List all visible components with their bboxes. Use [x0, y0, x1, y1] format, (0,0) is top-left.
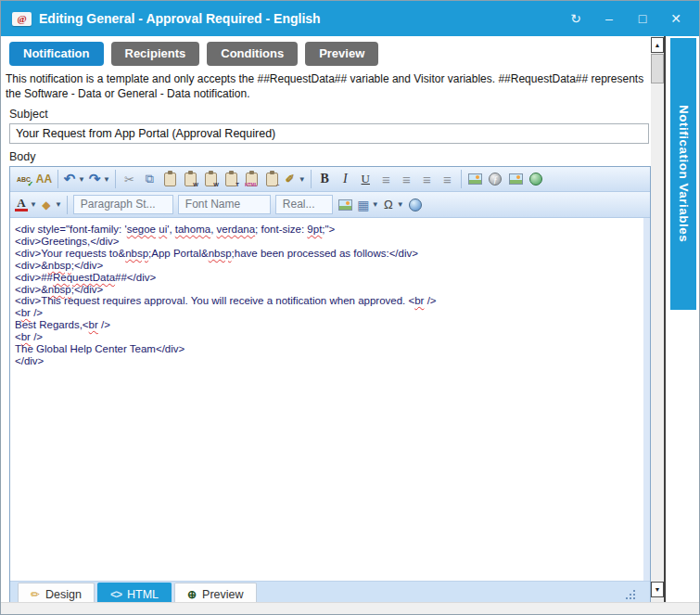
window-resize-border — [1, 602, 699, 614]
maximize-button[interactable]: □ — [634, 10, 651, 27]
paste-from-word-icon: W — [185, 173, 197, 186]
insert-table-icon: ▦ — [357, 198, 370, 212]
insert-table-button[interactable]: ▦▼ — [356, 195, 380, 215]
dropdown-arrow-icon: ▼ — [30, 200, 37, 209]
editor-toolbar-row2: A▼◆▼Paragraph St...Font NameReal...▦▼Ω▼ — [10, 192, 650, 218]
code-line: <br /> — [15, 307, 640, 319]
app-icon: @ — [12, 12, 32, 26]
redo-button[interactable]: ↷▼ — [87, 169, 111, 189]
badge: ✓ — [27, 180, 33, 188]
code-line: The Global Help Center Team</div> — [15, 343, 640, 355]
insert-object-icon — [409, 199, 422, 211]
dropdown-arrow-icon: ▼ — [78, 175, 85, 184]
app-icon-glyph: @ — [17, 13, 26, 24]
dialog-window: @ Editing General - Approval Required - … — [0, 0, 700, 615]
scroll-down-icon[interactable]: ▼ — [651, 582, 664, 597]
code-line: </div> — [15, 355, 640, 367]
paste-special-button[interactable]: ·· — [262, 169, 282, 189]
paste-html-icon: HTML — [246, 173, 258, 186]
main-panel: NotificationRecipientsConditionsPreview … — [2, 36, 651, 604]
font-size-combo[interactable]: Real... — [275, 195, 333, 214]
toolbar-separator — [115, 170, 116, 188]
bold-button[interactable]: B — [315, 169, 335, 189]
paste-from-word-button[interactable]: W — [181, 169, 200, 189]
html-source-editor[interactable]: <div style="font-family: 'segoe ui', tah… — [10, 218, 650, 581]
tab-preview[interactable]: Preview — [305, 42, 378, 66]
media-manager-button[interactable] — [506, 169, 526, 189]
toolbar-separator — [311, 170, 312, 188]
paste-from-word-strip-font-button[interactable]: W — [201, 169, 221, 189]
paste-plain-text-button[interactable]: T — [222, 169, 241, 189]
code-line: <div>&nbsp;</div> — [15, 284, 640, 296]
magnifier-icon: ⊕ — [187, 588, 197, 601]
title-bar: @ Editing General - Approval Required - … — [1, 1, 699, 36]
background-color-button[interactable]: ◆▼ — [39, 195, 63, 215]
insert-symbol-button[interactable]: Ω▼ — [381, 195, 405, 215]
code-line: Best Regards,<br /> — [15, 319, 640, 331]
paste-from-word-strip-font-icon: W — [205, 173, 217, 186]
paste-html-button[interactable]: HTML — [242, 169, 261, 189]
cut-button[interactable]: ✂ — [120, 169, 139, 189]
subject-label: Subject — [9, 108, 651, 121]
image-manager-icon — [338, 199, 352, 211]
font-color-button[interactable]: A▼ — [14, 195, 38, 215]
editor-toolbar-row1: ABC✓AA↶▼↷▼✂⧉WWTHTML··✐▼BIU≡≡≡≡ƒ — [10, 167, 650, 192]
subject-input[interactable] — [9, 123, 649, 144]
align-center-icon: ≡ — [379, 172, 392, 186]
italic-icon: I — [338, 172, 351, 186]
vertical-scrollbar[interactable]: ▲ ▼ — [651, 36, 666, 604]
paste-button[interactable] — [160, 169, 180, 189]
undo-button[interactable]: ↶▼ — [62, 169, 86, 189]
scroll-up-icon[interactable]: ▲ — [651, 37, 664, 53]
paragraph-style-combo[interactable]: Paragraph St... — [73, 195, 173, 214]
tab-notification[interactable]: Notification — [9, 42, 104, 66]
justify-button[interactable]: ≡ — [397, 169, 416, 189]
paste-special-icon: ·· — [266, 173, 278, 186]
window-controls: ↻–□✕ — [567, 10, 684, 27]
spellcheck-button[interactable]: ABC✓ — [14, 169, 33, 189]
find-and-replace-button[interactable]: AA — [34, 169, 54, 189]
toolbar-separator — [461, 170, 462, 188]
insert-image-button[interactable] — [465, 169, 485, 189]
paste-icon — [164, 173, 176, 186]
html-editor: ABC✓AA↶▼↷▼✂⧉WWTHTML··✐▼BIU≡≡≡≡ƒ A▼◆▼Para… — [9, 166, 651, 607]
hyperlink-manager-icon — [529, 173, 542, 186]
align-center-button[interactable]: ≡ — [376, 169, 396, 189]
format-painter-button[interactable]: ✐▼ — [283, 169, 307, 189]
scrollbar-thumb[interactable] — [651, 54, 664, 83]
copy-button[interactable]: ⧉ — [140, 169, 159, 189]
tab-recipients[interactable]: Recipients — [111, 42, 200, 66]
media-manager-icon — [509, 173, 523, 185]
align-left-button[interactable]: ≡ — [417, 169, 437, 189]
spellcheck-icon: ABC✓ — [17, 172, 31, 186]
tab-conditions[interactable]: Conditions — [207, 42, 298, 66]
refresh-button[interactable]: ↻ — [567, 10, 584, 27]
badge: ·· — [276, 182, 280, 187]
flash-manager-button[interactable]: ƒ — [486, 169, 505, 189]
italic-button[interactable]: I — [336, 169, 355, 189]
close-button[interactable]: ✕ — [668, 10, 684, 27]
cut-icon: ✂ — [122, 172, 135, 186]
hyperlink-manager-button[interactable] — [527, 169, 546, 189]
font-color-icon: A — [15, 198, 28, 211]
top-tab-bar: NotificationRecipientsConditionsPreview — [9, 42, 651, 66]
badge: W — [213, 182, 219, 187]
redo-icon: ↷ — [88, 172, 101, 186]
resize-grip-icon[interactable] — [626, 597, 628, 599]
justify-icon: ≡ — [400, 172, 413, 186]
align-right-button[interactable]: ≡ — [438, 169, 457, 189]
editor-tab-label: HTML — [127, 588, 159, 601]
insert-object-button[interactable] — [406, 195, 426, 215]
description-text: This notification is a template and only… — [6, 71, 645, 101]
notification-variables-tab[interactable]: Notification Variables — [670, 38, 696, 310]
code-line: <div style="font-family: 'segoe ui', tah… — [15, 224, 640, 236]
code-line: <div>Your requests to&nbsp;App Portal&nb… — [15, 248, 640, 260]
undo-icon: ↶ — [63, 172, 76, 186]
underline-button[interactable]: U — [356, 169, 375, 189]
minimize-button[interactable]: – — [601, 10, 617, 27]
image-manager-button[interactable] — [336, 195, 355, 215]
code-line: <br /> — [15, 331, 640, 343]
font-name-combo[interactable]: Font Name — [178, 195, 271, 214]
flash-manager-icon: ƒ — [489, 173, 502, 186]
underline-icon: U — [359, 172, 372, 186]
